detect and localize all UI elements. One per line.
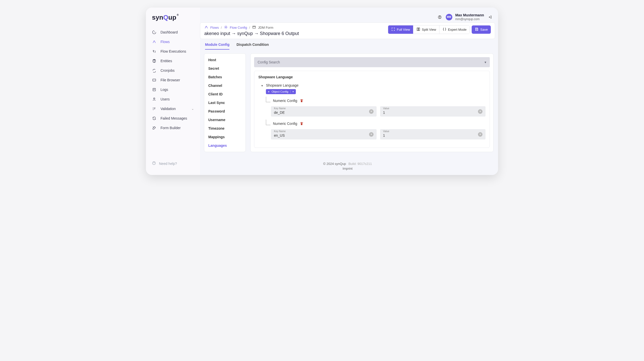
sidebar-item-label: Logs (160, 88, 168, 92)
brand-registered: ® (177, 14, 179, 16)
sidebar-item-label: Users (160, 97, 170, 101)
tab-dispatch-condition[interactable]: Dispatch Condition (236, 43, 269, 50)
sidebar-help[interactable]: Need help? (146, 157, 200, 170)
sidebar-item-logs[interactable]: Logs (146, 85, 200, 94)
value-field[interactable]: Value 1 ✕ (380, 106, 486, 117)
svg-rect-8 (417, 28, 418, 31)
button-label: Full View (397, 28, 410, 31)
logout-icon[interactable] (488, 15, 492, 19)
full-view-button[interactable]: Full View (388, 25, 413, 34)
sidebar-item-label: Dashboard (160, 30, 178, 34)
tab-module-config[interactable]: Module Config (205, 43, 229, 50)
cube-icon (152, 59, 156, 63)
button-label: Split View (422, 28, 436, 31)
sidebar-item-form-builder[interactable]: Form Builder (146, 123, 200, 133)
caret-down-icon: ▼ (261, 84, 263, 87)
clear-icon[interactable]: ✕ (478, 132, 482, 137)
chevron-down-icon: ⌄ (191, 107, 194, 111)
user-email: mm@synqup.com (455, 17, 484, 21)
config-nav-client-id[interactable]: Client ID (204, 90, 246, 98)
config-nav-last-sync[interactable]: Last Sync (204, 98, 246, 107)
config-nav: Host Secret Batches Channel Client ID La… (204, 53, 246, 152)
refresh-icon (152, 68, 156, 73)
section-title: Shopware Language (258, 75, 486, 79)
config-nav-secret[interactable]: Secret (204, 64, 246, 73)
content-area: Host Secret Batches Channel Client ID La… (200, 50, 495, 157)
config-nav-channel[interactable]: Channel (204, 81, 246, 90)
sidebar: synQup® Dashboard Flows Flow Executions (146, 8, 200, 175)
fullscreen-icon (391, 27, 395, 32)
user-info[interactable]: MM Max Mustermann mm@synqup.com (446, 13, 484, 21)
sidebar-item-flows[interactable]: Flows (146, 37, 200, 47)
page-header: Flows / Flow Config / JDM Form akeneo in… (200, 22, 495, 39)
sidebar-item-failed-messages[interactable]: Failed Messages (146, 114, 200, 123)
svg-point-2 (153, 98, 155, 99)
gauge-icon (152, 30, 156, 34)
folder-icon (152, 78, 156, 82)
tree: ▼ Shopware Language + Object Config ▾ Nu… (258, 83, 486, 139)
field-label: Key Name (274, 130, 286, 133)
clear-icon[interactable]: ✕ (369, 109, 374, 114)
config-nav-batches[interactable]: Batches (204, 73, 246, 81)
header-actions: Full View Split View Expert Mode (388, 25, 491, 34)
key-name-field[interactable]: Key Name de_DE ✕ (271, 106, 377, 117)
page-title: akeneo input → synQup → Shopware 6 Outpu… (204, 31, 299, 36)
sidebar-item-label: Validation (160, 107, 176, 111)
config-nav-timezone[interactable]: Timezone (204, 124, 246, 133)
section-shopware-language: Shopware Language ▼ Shopware Language + … (254, 71, 490, 148)
split-icon (416, 27, 420, 32)
footer-imprint[interactable]: Imprint (200, 167, 495, 170)
svg-rect-0 (153, 79, 156, 81)
save-button[interactable]: Save (472, 25, 491, 34)
sidebar-item-label: Form Builder (160, 126, 181, 130)
retry-icon (152, 116, 156, 121)
header-row: Flows / Flow Config / JDM Form akeneo in… (204, 25, 491, 36)
sidebar-item-entities[interactable]: Entities (146, 56, 200, 66)
app-shell: synQup® Dashboard Flows Flow Executions (146, 8, 498, 175)
tree-root[interactable]: ▼ Shopware Language (261, 83, 486, 88)
config-nav-host[interactable]: Host (204, 56, 246, 64)
numeric-config-label: Numeric Config (273, 122, 297, 126)
sidebar-item-label: Failed Messages (160, 116, 187, 120)
split-view-button[interactable]: Split View (413, 25, 439, 34)
config-nav-mappings[interactable]: Mappings (204, 133, 246, 141)
form-icon (252, 25, 256, 30)
config-nav-password[interactable]: Password (204, 107, 246, 116)
sidebar-item-dashboard[interactable]: Dashboard (146, 27, 200, 37)
branch-icon (152, 49, 156, 54)
tree-connector (266, 97, 270, 102)
breadcrumb-jdm-form: JDM Form (258, 26, 273, 29)
button-label: Save (480, 28, 488, 31)
object-config-button[interactable]: + Object Config ▾ (266, 89, 296, 94)
footer: © 2024 synQup Build: 9017c211 Imprint (200, 157, 495, 175)
sidebar-item-validation[interactable]: Validation ⌄ (146, 104, 200, 114)
value-field[interactable]: Value 1 ✕ (380, 129, 486, 139)
brand-text-b: up (168, 14, 176, 21)
clear-icon[interactable]: ✕ (369, 132, 374, 137)
key-name-field[interactable]: Key Name en_US ✕ (271, 129, 377, 139)
field-value: de_DE (274, 107, 369, 116)
expert-mode-button[interactable]: Expert Mode (439, 25, 470, 34)
sidebar-item-cronjobs[interactable]: Cronjobs (146, 66, 200, 75)
sidebar-item-flow-executions[interactable]: Flow Executions (146, 47, 200, 56)
sidebar-item-label: Flows (160, 40, 170, 44)
breadcrumb-flows[interactable]: Flows (210, 26, 219, 29)
breadcrumb-flow-config[interactable]: Flow Config (230, 26, 247, 29)
trash-icon[interactable] (300, 121, 304, 126)
sidebar-item-users[interactable]: Users (146, 94, 200, 104)
field-row-2: Key Name en_US ✕ Value 1 ✕ (271, 129, 486, 139)
flow-icon (152, 40, 156, 44)
save-icon (475, 27, 479, 32)
clear-icon[interactable]: ✕ (478, 109, 482, 114)
sidebar-item-file-browser[interactable]: File Browser (146, 75, 200, 85)
user-icon (152, 97, 156, 101)
profile-icon[interactable] (438, 15, 442, 19)
config-nav-username[interactable]: Username (204, 116, 246, 124)
trash-icon[interactable] (300, 98, 304, 103)
main: MM Max Mustermann mm@synqup.com Flows / (200, 8, 498, 175)
config-nav-languages[interactable]: Languages (204, 141, 246, 150)
config-search[interactable]: Config Search ▾ (254, 57, 490, 67)
field-value: 1 (383, 130, 478, 138)
svg-point-5 (439, 16, 440, 17)
app-body: synQup® Dashboard Flows Flow Executions (146, 8, 498, 175)
